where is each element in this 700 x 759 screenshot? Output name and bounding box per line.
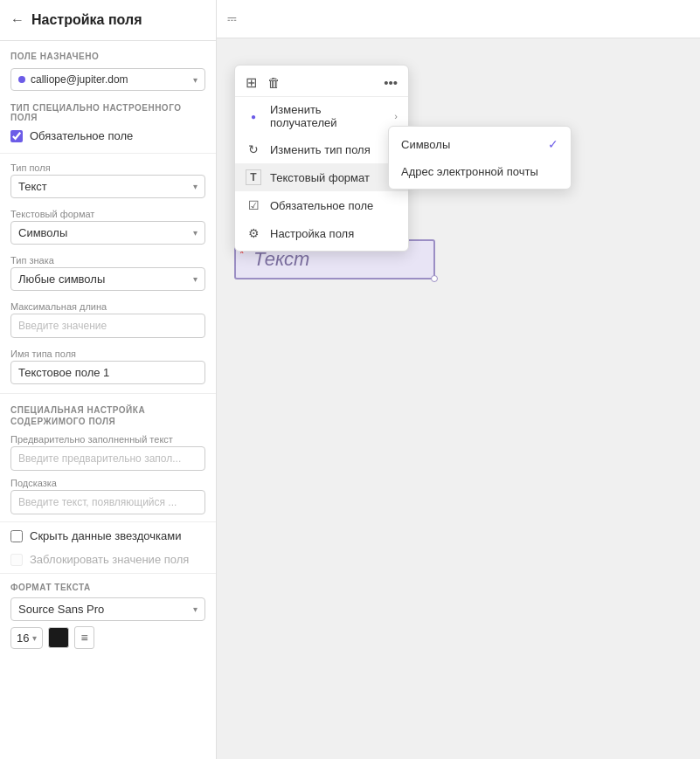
required-checkbox[interactable] <box>10 130 23 142</box>
placeholder-text-input[interactable] <box>10 446 205 471</box>
format-section: ФОРМАТ ТЕКСТА Source Sans Pro ▾ 16 ▾ ≡ <box>0 577 216 654</box>
main-area: ⎓ ⊞ 🗑 ••• ● Изменить получателей › ↻ Изм… <box>217 0 700 759</box>
sub-menu: Символы ✓ Адрес электронной почты <box>388 126 572 190</box>
email-dot <box>18 76 25 83</box>
font-tools-row: 16 ▾ ≡ <box>10 626 205 649</box>
hide-stars-label: Скрыть данные звездочками <box>30 529 181 542</box>
field-type-label: Тип поля <box>10 162 205 173</box>
color-swatch[interactable] <box>48 627 69 648</box>
char-type-group: Тип знака Любые символы ▾ <box>0 250 216 296</box>
menu-item-change-recipients-label: Изменить получателей <box>270 103 385 129</box>
menu-item-field-settings-label: Настройка поля <box>270 227 398 240</box>
max-length-input[interactable] <box>10 314 205 338</box>
field-type-value: Текст <box>18 180 193 193</box>
menu-item-change-field-type-label: Изменить тип поля <box>270 143 385 156</box>
text-format-chevron-icon: ▾ <box>193 228 198 238</box>
placeholder-text-group: Предварительно заполненный текст <box>0 431 216 474</box>
hint-group: Подсказка <box>0 474 216 518</box>
placeholder-text-label: Предварительно заполненный текст <box>10 434 205 445</box>
email-chevron-icon: ▾ <box>193 75 198 85</box>
menu-grid-icon[interactable]: ⊞ <box>246 74 257 91</box>
menu-more-icon[interactable]: ••• <box>384 75 398 90</box>
text-format-value: Символы <box>18 226 193 239</box>
field-name-value: Текстовое поле 1 <box>10 361 205 384</box>
hide-stars-checkbox[interactable] <box>10 530 23 542</box>
font-value: Source Sans Pro <box>18 603 193 616</box>
menu-item-text-format-label: Текстовый формат <box>270 171 385 184</box>
context-menu: ⊞ 🗑 ••• ● Изменить получателей › ↻ Измен… <box>234 65 409 252</box>
max-length-group: Максимальная длина <box>0 296 216 343</box>
char-type-value: Любые символы <box>18 273 193 286</box>
required-checkbox-row: Обязательное поле <box>0 126 216 149</box>
back-button[interactable]: ← <box>10 12 24 28</box>
menu-item-field-settings[interactable]: ⚙ Настройка поля <box>235 219 408 247</box>
text-format-group: Текстовый формат Символы ▾ <box>0 204 216 250</box>
recipients-chevron-icon: › <box>394 111 398 121</box>
text-format-label: Текстовый формат <box>10 209 205 219</box>
field-name-label: Имя типа поля <box>10 348 205 359</box>
hint-input[interactable] <box>10 490 205 514</box>
menu-item-change-field-type[interactable]: ↻ Изменить тип поля › <box>235 135 408 163</box>
align-icon: ≡ <box>80 631 87 645</box>
assigned-field: calliope@jupiter.dom ▾ <box>0 65 216 98</box>
font-size-value: 16 <box>17 631 29 645</box>
main-toolbar: ⎓ <box>217 0 700 38</box>
menu-delete-icon[interactable]: 🗑 <box>267 75 281 90</box>
lock-field-checkbox <box>10 554 23 566</box>
sub-menu-email-label: Адрес электронной почты <box>401 165 558 178</box>
char-type-label: Тип знака <box>10 255 205 266</box>
text-format-icon: T <box>246 169 261 185</box>
email-value: calliope@jupiter.dom <box>31 73 188 86</box>
field-assigned-label: ПОЛЕ НАЗНАЧЕНО <box>0 41 216 65</box>
menu-item-text-format[interactable]: T Текстовый формат › <box>235 163 408 191</box>
copy-icon[interactable]: ⎓ <box>224 6 240 31</box>
sub-menu-symbols-label: Символы <box>401 138 548 151</box>
char-type-select[interactable]: Любые символы ▾ <box>10 267 205 291</box>
canvas-area: ⊞ 🗑 ••• ● Изменить получателей › ↻ Измен… <box>217 38 700 759</box>
sidebar-header: ← Настройка поля <box>0 0 216 41</box>
font-chevron-icon: ▾ <box>193 604 198 614</box>
required-field-icon: ☑ <box>246 197 261 213</box>
font-size-chevron-icon: ▾ <box>32 633 37 643</box>
change-field-type-icon: ↻ <box>246 141 261 157</box>
sub-menu-item-symbols[interactable]: Символы ✓ <box>389 130 571 158</box>
divider-4 <box>0 573 216 574</box>
divider-2 <box>0 393 216 394</box>
lock-field-label: Заблокировать значение поля <box>30 553 189 566</box>
field-settings-icon: ⚙ <box>246 225 261 241</box>
sidebar: ← Настройка поля ПОЛЕ НАЗНАЧЕНО calliope… <box>0 0 217 759</box>
align-button[interactable]: ≡ <box>74 626 94 649</box>
hide-stars-row: Скрыть данные звездочками <box>0 526 216 549</box>
menu-item-change-recipients[interactable]: ● Изменить получателей › <box>235 97 408 135</box>
lock-field-row: Заблокировать значение поля <box>0 549 216 569</box>
menu-item-required-field[interactable]: ☑ Обязательное поле <box>235 191 408 219</box>
hint-label: Подсказка <box>10 478 205 488</box>
font-size-select[interactable]: 16 ▾ <box>10 627 43 649</box>
custom-field-type-label: ТИП СПЕЦИАЛЬНО НАСТРОЕННОГО ПОЛЯ <box>0 98 216 126</box>
divider-1 <box>0 153 216 154</box>
sidebar-title: Настройка поля <box>31 12 142 28</box>
required-checkbox-label: Обязательное поле <box>30 129 133 142</box>
recipients-icon: ● <box>246 108 261 124</box>
sub-menu-check-icon: ✓ <box>548 137 558 151</box>
text-format-select[interactable]: Символы ▾ <box>10 221 205 245</box>
char-type-chevron-icon: ▾ <box>193 274 198 284</box>
field-type-select[interactable]: Текст ▾ <box>10 175 205 198</box>
menu-top-row: ⊞ 🗑 ••• <box>235 69 408 97</box>
divider-3 <box>0 521 216 522</box>
font-select[interactable]: Source Sans Pro ▾ <box>10 597 205 621</box>
email-select[interactable]: calliope@jupiter.dom ▾ <box>10 68 205 91</box>
sub-menu-item-email[interactable]: Адрес электронной почты <box>389 158 571 185</box>
content-section-label: СПЕЦИАЛЬНАЯ НАСТРОЙКА СОДЕРЖИМОГО ПОЛЯ <box>0 397 216 431</box>
max-length-label: Максимальная длина <box>10 301 205 312</box>
field-type-group: Тип поля Текст ▾ <box>0 157 216 204</box>
menu-item-required-field-label: Обязательное поле <box>270 199 398 212</box>
format-section-label: ФОРМАТ ТЕКСТА <box>10 583 205 592</box>
field-type-chevron-icon: ▾ <box>193 182 198 191</box>
field-name-group: Имя типа поля Текстовое поле 1 <box>0 343 216 390</box>
resize-handle[interactable] <box>431 275 438 282</box>
